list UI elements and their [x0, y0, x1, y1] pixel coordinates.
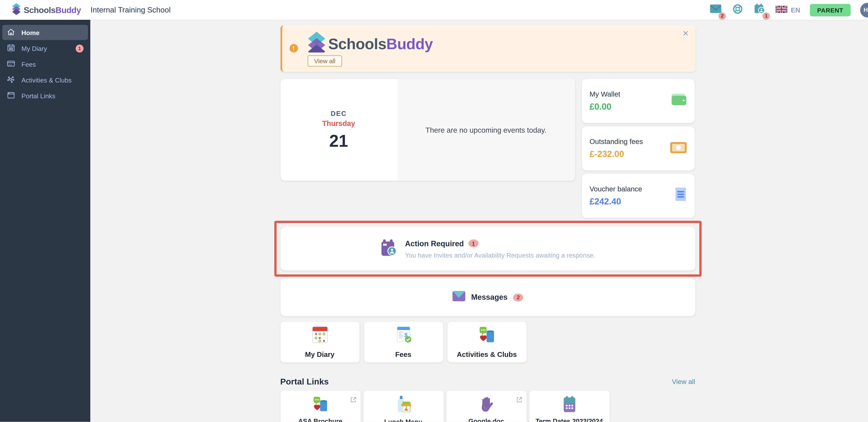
diary-illustration-icon: [310, 326, 330, 346]
portal-card-lunch-menu[interactable]: Lunch Menu: [363, 391, 443, 422]
balance-stats: My Wallet £0.00 O: [582, 79, 694, 218]
sidebar-item-label: Home: [22, 29, 39, 36]
portal-links-header: Portal Links View all: [280, 377, 695, 386]
language-selector[interactable]: EN: [776, 5, 800, 15]
sidebar-item-label: Activities & Clubs: [22, 77, 72, 83]
portal-card-google-doc[interactable]: Google doc: [446, 391, 526, 422]
support-ring-icon: [733, 4, 743, 16]
brand-logo[interactable]: SchoolsBuddy: [11, 3, 81, 18]
lunch-illustration-icon: [395, 395, 412, 415]
action-calendar-icon: [380, 239, 397, 259]
quick-card-my-diary[interactable]: My Diary: [280, 322, 359, 362]
quick-card-fees[interactable]: $ Fees: [364, 322, 443, 362]
messages-button[interactable]: 2: [710, 4, 722, 16]
action-required-highlight-box: Action Required 1 You have Invites and/o…: [274, 221, 701, 277]
brand-logo-text: SchoolsBuddy: [328, 32, 433, 53]
sidebar-item-my-diary[interactable]: My Diary 1: [2, 41, 88, 56]
sidebar-item-label: Portal Links: [22, 92, 55, 99]
home-icon: [7, 28, 15, 37]
quick-card-label: Activities & Clubs: [457, 351, 517, 359]
today-date-panel: DEC Thursday 21: [280, 79, 397, 181]
portal-card-asa-brochure[interactable]: ASA Brochure: [280, 391, 361, 422]
portal-links-row: ASA Brochure Lunch: [280, 391, 695, 422]
quick-card-label: Fees: [395, 351, 411, 359]
brand-logo-icon: [11, 3, 22, 18]
stat-label: Voucher balance: [590, 185, 642, 193]
quick-card-activities[interactable]: Activities & Clubs: [447, 322, 526, 362]
action-required-title: Action Required: [405, 239, 464, 248]
fees-illustration-icon: $: [394, 326, 412, 346]
portal-card-term-dates[interactable]: Term Dates 2023/2024: [529, 391, 609, 422]
action-required-badge: 1: [468, 239, 478, 247]
hand-icon: [479, 396, 494, 415]
parent-role-button[interactable]: PARENT: [810, 4, 850, 16]
uk-flag-icon: [776, 5, 787, 15]
today-month: DEC: [331, 109, 347, 117]
portal-card-label: Google doc: [468, 418, 504, 422]
browser-window-icon: [7, 91, 15, 100]
external-link-icon: [516, 395, 522, 405]
action-required-text: Action Required 1 You have Invites and/o…: [405, 239, 595, 259]
messages-count-badge: 2: [718, 12, 726, 20]
stat-label: Outstanding fees: [590, 138, 643, 146]
stat-label: My Wallet: [590, 90, 620, 98]
top-bar: SchoolsBuddy Internal Training School 2: [0, 0, 868, 20]
diary-count-badge: 1: [76, 44, 84, 52]
user-avatar[interactable]: HS: [860, 3, 868, 18]
today-day-number: 21: [329, 131, 348, 151]
stat-value: £242.40: [590, 197, 642, 207]
messages-badge: 2: [513, 293, 523, 301]
school-name: Internal Training School: [91, 6, 170, 14]
notice-banner-logo: SchoolsBuddy: [306, 32, 433, 53]
banknote-icon: [670, 141, 687, 155]
my-wallet-card[interactable]: My Wallet £0.00: [582, 79, 694, 123]
sidebar: Home My Diary 1 Fees Activities & Clubs: [0, 20, 90, 422]
main-content: ! SchoolsBuddy View all ✕: [90, 20, 868, 422]
brand-logo-icon: [306, 32, 327, 53]
portal-card-label: Term Dates 2023/2024: [535, 418, 603, 422]
notice-view-all-button[interactable]: View all: [307, 55, 342, 67]
stat-value: £-232.00: [590, 149, 643, 159]
requests-count-badge: 1: [763, 12, 770, 20]
voucher-balance-card[interactable]: Voucher balance £242.40: [582, 174, 694, 218]
availability-requests-button[interactable]: 1: [753, 4, 766, 16]
no-events-message: There are no upcoming events today.: [397, 79, 575, 181]
warning-icon: !: [289, 44, 298, 53]
receipt-icon: [674, 187, 687, 205]
action-required-subtitle: You have Invites and/or Availability Req…: [405, 251, 595, 258]
activities-illustration-icon: [312, 396, 329, 415]
close-icon[interactable]: ✕: [682, 29, 689, 37]
today-events-card: DEC Thursday 21 There are no upcoming ev…: [280, 79, 575, 181]
diary-calendar-icon: [7, 43, 15, 53]
quick-card-label: My Diary: [305, 351, 334, 359]
credit-card-icon: [7, 59, 15, 69]
activities-illustration-icon: [478, 326, 496, 346]
top-bar-actions: 2: [710, 3, 868, 18]
stat-value: £0.00: [590, 101, 620, 112]
schoolsbuddy-dashboard: SchoolsBuddy Internal Training School 2: [0, 0, 868, 422]
activities-network-icon: [7, 75, 15, 85]
portal-card-label: Lunch Menu: [384, 418, 422, 422]
portal-card-label: ASA Brochure: [298, 418, 342, 422]
term-dates-calendar-icon: [562, 396, 577, 415]
portal-links-title: Portal Links: [280, 377, 329, 386]
language-code: EN: [791, 6, 800, 14]
top-bar-left: SchoolsBuddy Internal Training School: [0, 3, 90, 18]
portal-links-view-all[interactable]: View all: [672, 378, 695, 385]
messages-title: Messages: [471, 293, 507, 301]
sidebar-item-portal-links[interactable]: Portal Links: [2, 88, 88, 103]
sidebar-item-home[interactable]: Home: [2, 25, 88, 40]
sidebar-item-label: My Diary: [22, 45, 47, 52]
outstanding-fees-card[interactable]: Outstanding fees £-232.00: [582, 126, 694, 171]
today-weekday: Thursday: [322, 119, 355, 127]
support-button[interactable]: [732, 4, 744, 16]
sidebar-item-fees[interactable]: Fees: [2, 56, 88, 72]
messages-envelope-icon: [452, 291, 465, 304]
sidebar-item-activities[interactable]: Activities & Clubs: [2, 72, 88, 88]
notice-banner: ! SchoolsBuddy View all ✕: [280, 25, 695, 72]
action-required-card[interactable]: Action Required 1 You have Invites and/o…: [280, 227, 695, 270]
messages-card[interactable]: Messages 2: [280, 278, 695, 316]
wallet-icon: [671, 93, 687, 109]
quick-links-row: My Diary $ Fees: [280, 322, 695, 362]
sidebar-item-label: Fees: [22, 61, 36, 67]
